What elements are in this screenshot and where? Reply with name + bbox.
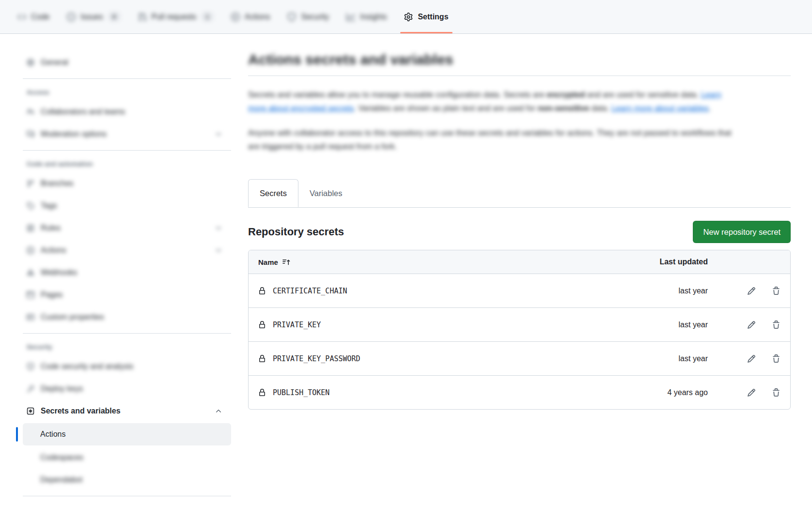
sidebar-item-codespaces[interactable]: Codespaces: [23, 447, 231, 468]
title-divider: [248, 76, 791, 76]
delete-secret-button[interactable]: [772, 388, 781, 397]
sidebar-item-rules[interactable]: Rules: [23, 218, 231, 238]
lock-icon: [258, 355, 266, 363]
gear-icon: [27, 59, 34, 66]
nav-tab-label: Issues: [80, 13, 103, 21]
sidebar-divider: [23, 78, 231, 79]
nav-tab-code[interactable]: Code: [11, 0, 56, 33]
settings-sidebar: GeneralAccessCollaborators and teamsMode…: [16, 34, 231, 520]
pencil-icon: [747, 388, 756, 397]
sidebar-item-label: Webhooks: [41, 268, 227, 277]
trash-icon: [772, 388, 781, 397]
sidebar-item-label: Tags: [41, 201, 227, 210]
nav-tab-security[interactable]: Security: [281, 0, 336, 33]
sidebar-item-label: Secrets and variables: [41, 407, 215, 415]
sidebar-item-dependabot[interactable]: Dependabot: [23, 470, 231, 490]
secret-name-cell: PUBLISH_TOKEN: [258, 388, 635, 397]
row-actions: [718, 321, 781, 329]
webhook-icon: [27, 269, 34, 276]
edit-secret-button[interactable]: [747, 287, 756, 295]
sidebar-item-custom-properties[interactable]: Custom properties: [23, 307, 231, 327]
last-updated-value: last year: [635, 321, 708, 329]
delete-secret-button[interactable]: [772, 354, 781, 363]
sidebar-item-secrets-and-variables[interactable]: Secrets and variables: [23, 401, 231, 421]
note-icon: [27, 313, 34, 321]
table-header-row: Name Last updated: [249, 250, 790, 274]
nav-tab-insights[interactable]: Insights: [340, 0, 393, 33]
row-actions: [718, 354, 781, 363]
edit-secret-button[interactable]: [747, 388, 756, 397]
nav-tab-pull-requests[interactable]: Pull requests1: [131, 0, 221, 33]
delete-secret-button[interactable]: [772, 287, 781, 295]
asterisk-box-icon: [27, 407, 34, 415]
pencil-icon: [747, 321, 756, 329]
git-branch-icon: [27, 180, 34, 187]
sidebar-item-webhooks[interactable]: Webhooks: [23, 262, 231, 283]
sidebar-divider: [23, 333, 231, 334]
code-icon: [17, 13, 26, 21]
nav-tab-label: Insights: [360, 13, 387, 21]
sidebar-item-label: Actions: [40, 430, 227, 439]
page-title: Actions secrets and variables: [248, 51, 791, 68]
sidebar-item-label: Pages: [41, 291, 227, 299]
nav-tab-settings[interactable]: Settings: [397, 0, 455, 33]
chevron-down-icon: [215, 130, 222, 138]
delete-secret-button[interactable]: [772, 321, 781, 329]
secret-name: PRIVATE_KEY: [273, 321, 321, 329]
github-repo-settings-page: CodeIssues8Pull requests1ActionsSecurity…: [0, 0, 812, 520]
learn-more-link[interactable]: Learn more about variables: [611, 104, 709, 112]
sidebar-item-code-security-and-analysis[interactable]: Code security and analysis: [23, 356, 231, 377]
secret-name-cell: PRIVATE_KEY_PASSWORD: [258, 354, 635, 363]
nav-tab-issues[interactable]: Issues8: [60, 0, 127, 33]
secrets-variables-tabs: SecretsVariables: [248, 179, 791, 208]
main-content: Actions secrets and variables Secrets an…: [231, 34, 812, 520]
repo-tabs: CodeIssues8Pull requests1ActionsSecurity…: [11, 0, 455, 33]
gear-icon: [404, 13, 413, 21]
edit-secret-button[interactable]: [747, 321, 756, 329]
sidebar-item-actions[interactable]: Actions: [23, 423, 231, 445]
nav-tab-label: Actions: [245, 13, 270, 21]
counter-badge: 8: [108, 12, 121, 22]
nav-tab-actions[interactable]: Actions: [224, 0, 277, 33]
secret-row-private-key: PRIVATE_KEYlast year: [249, 307, 790, 341]
sidebar-item-label: Deploy keys: [41, 384, 227, 393]
pencil-icon: [747, 287, 756, 295]
nav-tab-label: Security: [301, 13, 329, 21]
sidebar-item-pages[interactable]: Pages: [23, 285, 231, 305]
new-repository-secret-button[interactable]: New repository secret: [693, 221, 791, 243]
sidebar-item-moderation-options[interactable]: Moderation options: [23, 124, 231, 144]
last-updated-column-header: Last updated: [635, 258, 708, 266]
chevron-down-icon: [215, 246, 222, 254]
chevron-up-icon: [215, 407, 222, 415]
sort-ascending-icon[interactable]: [282, 258, 290, 266]
sidebar-item-label: Code security and analysis: [41, 362, 227, 371]
sidebar-item-collaborators-and-teams[interactable]: Collaborators and teams: [23, 102, 231, 122]
section-heading: Repository secrets: [248, 226, 344, 238]
sidebar-item-general[interactable]: General: [23, 52, 231, 73]
name-column-header-cell: Name: [258, 258, 635, 266]
secret-name: PUBLISH_TOKEN: [273, 388, 329, 397]
repository-secrets-header-row: Repository secrets New repository secret: [248, 221, 791, 243]
intro-text: .: [709, 104, 711, 112]
tab-variables[interactable]: Variables: [298, 179, 354, 207]
sidebar-item-deploy-keys[interactable]: Deploy keys: [23, 379, 231, 399]
issue-opened-icon: [67, 13, 76, 21]
sidebar-divider: [23, 150, 231, 151]
sidebar-item-branches[interactable]: Branches: [23, 173, 231, 194]
edit-secret-button[interactable]: [747, 354, 756, 363]
sidebar-item-actions[interactable]: Actions: [23, 240, 231, 260]
browser-icon: [27, 291, 34, 299]
intro-text: data.: [589, 104, 611, 112]
tab-secrets[interactable]: Secrets: [248, 179, 298, 207]
lock-icon: [258, 389, 266, 397]
trash-icon: [772, 287, 781, 295]
secret-row-certificate-chain: CERTIFICATE_CHAINlast year: [249, 274, 790, 307]
trash-icon: [772, 354, 781, 363]
settings-sidebar-list: GeneralAccessCollaborators and teamsMode…: [16, 52, 231, 496]
sidebar-item-label: Custom properties: [41, 313, 227, 321]
sidebar-item-tags[interactable]: Tags: [23, 196, 231, 216]
row-actions: [718, 388, 781, 397]
sidebar-divider: [23, 496, 231, 496]
pencil-icon: [747, 354, 756, 363]
nav-tab-label: Pull requests: [152, 13, 197, 21]
